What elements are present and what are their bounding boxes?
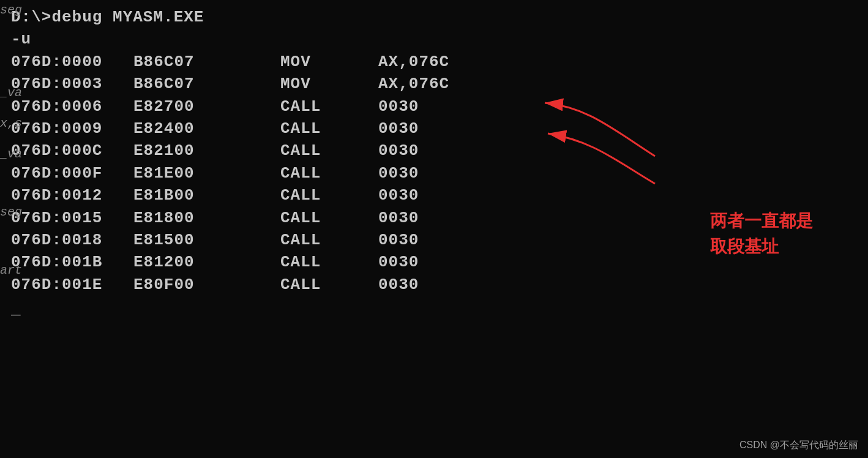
asm-bytes: E82700 bbox=[133, 96, 280, 118]
asm-bytes: E81800 bbox=[133, 207, 280, 229]
asm-addr: 076D:0018 bbox=[11, 229, 133, 251]
asm-mnemonic: CALL bbox=[280, 207, 378, 229]
asm-addr: 076D:000F bbox=[11, 162, 133, 184]
side-label-seg-top: seg bbox=[0, 3, 22, 17]
asm-addr: 076D:0012 bbox=[11, 184, 133, 206]
asm-mnemonic: CALL bbox=[280, 118, 378, 140]
side-label-art: art bbox=[0, 263, 22, 277]
cursor-line: _ bbox=[11, 298, 857, 320]
asm-mnemonic: CALL bbox=[280, 184, 378, 206]
asm-bytes: E81E00 bbox=[133, 162, 280, 184]
asm-row: 076D:0012E81B00CALL0030 bbox=[11, 184, 857, 206]
u-command-line: -u bbox=[11, 28, 857, 50]
asm-addr: 076D:0000 bbox=[11, 51, 133, 73]
asm-operand: 0030 bbox=[378, 184, 501, 206]
terminal-window: seg _va x,s _va seg art D:\>debug MYASM.… bbox=[0, 0, 868, 458]
asm-row: 076D:001EE80F00CALL0030 bbox=[11, 274, 857, 296]
asm-operand: 0030 bbox=[378, 251, 501, 273]
prompt-line: D:\>debug MYASM.EXE bbox=[11, 6, 857, 28]
asm-operand: 0030 bbox=[378, 207, 501, 229]
asm-mnemonic: MOV bbox=[280, 73, 378, 95]
asm-row: 076D:0003B86C07MOVAX,076C bbox=[11, 73, 857, 95]
asm-addr: 076D:0006 bbox=[11, 96, 133, 118]
asm-row: 076D:000FE81E00CALL0030 bbox=[11, 162, 857, 184]
asm-bytes: B86C07 bbox=[133, 51, 280, 73]
asm-addr: 076D:001E bbox=[11, 274, 133, 296]
asm-mnemonic: MOV bbox=[280, 51, 378, 73]
asm-addr: 076D:001B bbox=[11, 251, 133, 273]
asm-row: 076D:0000B86C07MOVAX,076C bbox=[11, 51, 857, 73]
asm-bytes: B86C07 bbox=[133, 73, 280, 95]
asm-operand: 0030 bbox=[378, 162, 501, 184]
asm-addr: 076D:0009 bbox=[11, 118, 133, 140]
asm-mnemonic: CALL bbox=[280, 274, 378, 296]
asm-operand: 0030 bbox=[378, 274, 501, 296]
asm-operand: 0030 bbox=[378, 118, 501, 140]
asm-bytes: E82100 bbox=[133, 140, 280, 162]
asm-row: 076D:000CE82100CALL0030 bbox=[11, 140, 857, 162]
asm-mnemonic: CALL bbox=[280, 96, 378, 118]
asm-operand: AX,076C bbox=[378, 73, 501, 95]
asm-addr: 076D:000C bbox=[11, 140, 133, 162]
asm-bytes: E81500 bbox=[133, 229, 280, 251]
asm-operand: 0030 bbox=[378, 140, 501, 162]
side-label-xs1: x,s bbox=[0, 116, 22, 130]
asm-row: 076D:0018E81500CALL0030 bbox=[11, 229, 857, 251]
asm-mnemonic: CALL bbox=[280, 251, 378, 273]
asm-addr: 076D:0003 bbox=[11, 73, 133, 95]
asm-mnemonic: CALL bbox=[280, 229, 378, 251]
asm-bytes: E81200 bbox=[133, 251, 280, 273]
side-label-seg-mid: seg bbox=[0, 205, 22, 219]
asm-bytes: E80F00 bbox=[133, 274, 280, 296]
asm-row: 076D:001BE81200CALL0030 bbox=[11, 251, 857, 273]
asm-row: 076D:0015E81800CALL0030 bbox=[11, 207, 857, 229]
asm-row: 076D:0009E82400CALL0030 bbox=[11, 118, 857, 140]
asm-bytes: E81B00 bbox=[133, 184, 280, 206]
asm-operand: 0030 bbox=[378, 96, 501, 118]
asm-rows: 076D:0000B86C07MOVAX,076C076D:0003B86C07… bbox=[11, 51, 857, 296]
side-label-va2: _va bbox=[0, 147, 22, 161]
asm-bytes: E82400 bbox=[133, 118, 280, 140]
asm-operand: AX,076C bbox=[378, 51, 501, 73]
asm-mnemonic: CALL bbox=[280, 162, 378, 184]
side-label-va1: _va bbox=[0, 86, 22, 100]
asm-row: 076D:0006E82700CALL0030 bbox=[11, 96, 857, 118]
asm-operand: 0030 bbox=[378, 229, 501, 251]
watermark: CSDN @不会写代码的丝丽 bbox=[739, 439, 858, 452]
asm-addr: 076D:0015 bbox=[11, 207, 133, 229]
asm-mnemonic: CALL bbox=[280, 140, 378, 162]
